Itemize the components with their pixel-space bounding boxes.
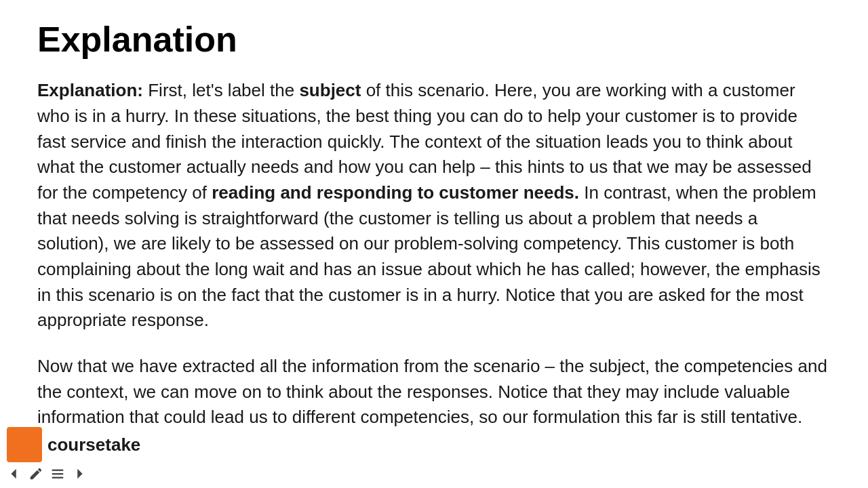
svg-marker-4 [77, 469, 82, 479]
svg-rect-1 [52, 470, 64, 471]
svg-rect-2 [52, 473, 64, 474]
menu-button[interactable] [50, 466, 65, 481]
paragraph-label: Explanation: [37, 80, 143, 100]
edit-button[interactable] [28, 466, 43, 481]
main-content: Explanation Explanation: First, let's la… [0, 0, 868, 471]
brand-row: coursetake [7, 427, 140, 462]
prev-button[interactable] [7, 466, 22, 481]
logo-text: coursetake [47, 434, 140, 455]
second-paragraph: Now that we have extracted all the infor… [37, 354, 831, 430]
page-title: Explanation [37, 20, 831, 59]
first-paragraph: Explanation: First, let's label the subj… [37, 78, 831, 333]
bottom-area: coursetake [7, 427, 140, 481]
paragraph-text-before-subject: First, let's label the [143, 80, 299, 100]
svg-marker-0 [11, 469, 16, 479]
logo-square [7, 427, 42, 462]
competency-term: reading and responding to customer needs… [212, 182, 579, 203]
svg-rect-3 [52, 477, 64, 479]
next-button[interactable] [72, 466, 87, 481]
subject-term: subject [299, 80, 361, 100]
paragraph-text-final: In contrast, when the problem that needs… [37, 182, 821, 330]
controls-row [7, 466, 140, 481]
